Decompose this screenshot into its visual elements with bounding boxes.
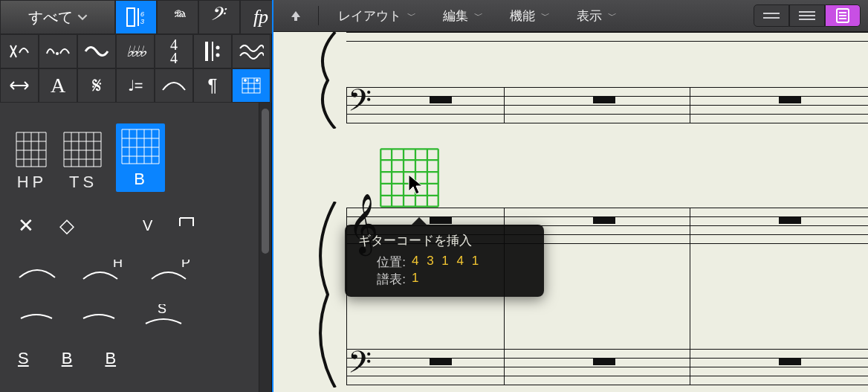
hierarchy-up-button[interactable]	[281, 4, 311, 27]
label-s[interactable]: S	[18, 349, 29, 368]
slur-row-2: S	[13, 304, 245, 327]
dragging-chord-grid[interactable]	[379, 147, 440, 208]
slur-icon[interactable]	[155, 68, 193, 103]
tie-icon-2[interactable]	[80, 308, 117, 323]
tooltip-staff-label: 譜表:	[358, 271, 406, 288]
palette-toolbar-row-2: ♭♭♭♭ 44	[0, 34, 271, 68]
menu-layout-label: レイアウト	[338, 7, 401, 25]
bottom-label-row: S B B	[13, 349, 245, 368]
whole-rest-icon	[593, 216, 615, 224]
menu-edit-label: 編集	[443, 7, 468, 25]
tie-icon-1[interactable]	[18, 308, 55, 323]
upbow-icon[interactable]	[178, 214, 195, 237]
text-A-icon[interactable]: A	[39, 68, 77, 103]
palette-body: H P T S	[0, 103, 259, 392]
note-equals-icon[interactable]: ♩=	[116, 68, 155, 103]
insert-chord-tooltip: ギターコードを挿入 位置: 4 3 1 4 1 譜表: 1	[345, 225, 544, 297]
bass-clef-icon: 𝄢	[348, 83, 372, 126]
staff-bass-2: 𝄢	[303, 349, 868, 392]
whole-rest-icon	[430, 96, 452, 103]
svg-point-7	[56, 52, 59, 55]
label-b1[interactable]: B	[62, 349, 73, 368]
tie-s-icon[interactable]: S	[143, 304, 184, 327]
palette-category-all-label: すべて	[28, 7, 73, 28]
chord-tile-label: B	[134, 170, 147, 189]
slur-p-icon[interactable]: P	[150, 260, 193, 282]
ornament2-icon[interactable]	[39, 34, 77, 68]
segno-icon[interactable]: 𝄋	[77, 68, 116, 103]
view-page-button[interactable]	[825, 4, 861, 27]
chord-tile-label: T S	[69, 173, 96, 192]
menu-view[interactable]: 表示 ﹀	[565, 5, 626, 26]
double-arrow-icon[interactable]	[0, 68, 39, 103]
chevron-down-icon: ﹀	[608, 10, 617, 22]
staff-treble-partial	[303, 32, 868, 47]
palette-toolbar-row-3: A 𝄋 ♩= ¶	[0, 68, 271, 103]
whole-rest-icon	[430, 216, 452, 224]
chevron-down-icon: ﹀	[474, 10, 483, 22]
whole-rest-icon	[430, 358, 452, 365]
tooltip-position-value: 4 3 1 4 1	[412, 254, 481, 271]
slur-h-icon[interactable]: H	[82, 260, 125, 282]
view-mode-segmented	[754, 4, 861, 27]
ornament3-icon[interactable]	[77, 34, 116, 68]
score-toolbar: レイアウト ﹀ 編集 ﹀ 機能 ﹀ 表示 ﹀	[273, 0, 868, 32]
view-wrap-button[interactable]	[789, 4, 825, 27]
chevron-down-icon: ﹀	[541, 10, 550, 22]
x-icon[interactable]: ✕	[18, 214, 34, 237]
symbol-palette-panel: すべて 63 𝆮 𝄢 fp	[0, 0, 272, 392]
bass-clef-icon: 𝄢	[348, 344, 372, 388]
svg-point-17	[244, 79, 247, 82]
slur-plain-icon[interactable]	[18, 261, 56, 280]
tooltip-staff-value: 1	[412, 271, 421, 288]
palette-scrollbar-thumb[interactable]	[262, 109, 269, 254]
chord-grid-tile-hp[interactable]: H P	[13, 129, 49, 192]
tooltip-title: ギターコードを挿入	[358, 232, 531, 249]
chord-grid-tile-row: H P T S	[13, 123, 245, 192]
svg-text:P: P	[181, 260, 190, 270]
time-sig-icon[interactable]: 44	[155, 34, 193, 68]
menu-function-label: 機能	[510, 7, 535, 25]
wave-icon[interactable]	[232, 34, 271, 68]
chord-tile-label: H P	[17, 173, 46, 192]
pilcrow-icon[interactable]: ¶	[193, 68, 232, 103]
svg-point-11	[216, 54, 220, 57]
label-b2[interactable]: B	[105, 349, 116, 368]
ornament1-icon[interactable]	[0, 34, 39, 68]
palette-toolbar-row-1: すべて 63 𝆮 𝄢 fp	[0, 0, 271, 34]
pedal-icon[interactable]: 𝆮	[157, 0, 198, 34]
svg-text:H: H	[113, 260, 123, 270]
repeat-icon[interactable]	[193, 34, 232, 68]
score-viewport[interactable]: 𝄢	[273, 32, 868, 392]
menu-edit[interactable]: 編集 ﹀	[431, 5, 492, 26]
staff-bass-1: 𝄢	[303, 87, 868, 130]
downbow-icon[interactable]: V	[143, 217, 152, 234]
whole-rest-icon	[593, 358, 615, 365]
menu-layout[interactable]: レイアウト ﹀	[326, 5, 425, 26]
menu-function[interactable]: 機能 ﹀	[498, 5, 559, 26]
bass-clef-icon[interactable]: 𝄢	[198, 0, 240, 34]
svg-text:S: S	[158, 304, 166, 316]
svg-point-10	[216, 46, 220, 50]
whole-rest-icon	[593, 96, 615, 103]
part-box-icon[interactable]: 63	[115, 0, 157, 34]
palette-category-all[interactable]: すべて	[0, 0, 115, 34]
chord-grid-icon[interactable]	[232, 68, 271, 103]
whole-rest-icon	[779, 358, 801, 365]
flats-icon[interactable]: ♭♭♭♭	[116, 34, 155, 68]
svg-point-18	[256, 79, 259, 82]
svg-text:3: 3	[140, 18, 144, 25]
slur-row-1: H P	[13, 260, 245, 282]
whole-rest-icon	[779, 96, 801, 103]
svg-text:𝄢: 𝄢	[210, 6, 227, 28]
svg-rect-40	[119, 126, 162, 165]
symbol-row-1: ✕ ◇ V	[13, 214, 245, 237]
chord-grid-tile-ts[interactable]: T S	[61, 129, 104, 192]
svg-text:6: 6	[140, 10, 144, 18]
chord-grid-tile-b[interactable]: B	[116, 123, 165, 192]
diamond-icon[interactable]: ◇	[59, 214, 74, 237]
palette-scrollbar[interactable]	[259, 103, 271, 392]
menu-view-label: 表示	[577, 7, 602, 25]
view-linear-button[interactable]	[754, 4, 789, 27]
whole-rest-icon	[779, 216, 801, 224]
